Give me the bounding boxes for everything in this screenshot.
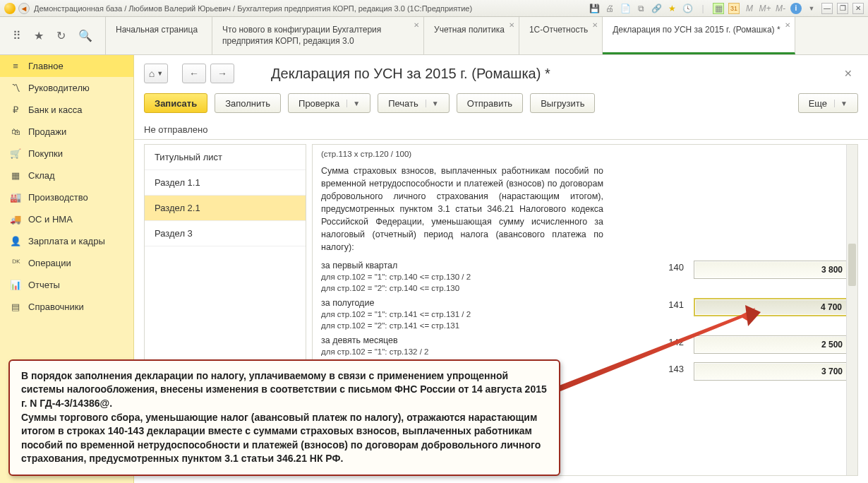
field-143[interactable]: 3 700 [694, 362, 849, 381]
sidebar-item-label: Операции [28, 258, 71, 268]
sidebar-item-label: Покупки [28, 148, 63, 159]
row-heading: за девять месяцев [321, 335, 575, 345]
nav-back-button[interactable]: ← [182, 64, 206, 83]
link-icon[interactable]: 🔗 [651, 3, 662, 14]
row-formula: для стр.102 = "2": стр.140 <= стр.130 [321, 283, 575, 294]
tabstrip-sysicons: ⠿ ★ ↻ 🔍 [0, 17, 106, 54]
write-button[interactable]: Записать [144, 93, 207, 113]
boxes-icon: ▦ [10, 170, 21, 181]
cart-icon: 🛒 [10, 148, 21, 159]
history-icon[interactable]: 🕓 [682, 3, 693, 14]
row-code: 141 [660, 298, 684, 310]
apps-icon[interactable]: ⠿ [13, 29, 21, 42]
chevron-down-icon: ▼ [426, 100, 439, 107]
sidebar-item-reports[interactable]: 📊Отчеты [0, 274, 133, 296]
close-icon[interactable]: ✕ [592, 21, 598, 29]
sidebar-item-label: Банк и касса [28, 105, 83, 115]
sidebar-item-warehouse[interactable]: ▦Склад [0, 165, 133, 186]
window-titlebar: ◄ Демонстрационная база / Любимов Валери… [0, 0, 868, 17]
check-button[interactable]: Проверка▼ [288, 93, 370, 113]
window-title: Демонстрационная база / Любимов Валерий … [34, 4, 589, 13]
window-close[interactable]: ✕ [852, 3, 864, 14]
doc-header: ⌂ ▼ ← → Декларация по УСН за 2015 г. (Ро… [134, 55, 868, 89]
form-row-142: за девять месяцев для стр.102 = "1": стр… [321, 335, 849, 358]
row-code: 140 [660, 261, 684, 273]
info-icon[interactable]: i [790, 3, 802, 14]
sidebar-item-main[interactable]: ≡Главное [0, 55, 133, 77]
calculator-icon[interactable]: ▦ [713, 3, 724, 14]
tab-reporting[interactable]: 1С-Отчетность✕ [519, 17, 603, 54]
ruble-icon: ₽ [10, 105, 21, 115]
scrollbar[interactable] [846, 145, 857, 475]
back-round-icon[interactable]: ◄ [18, 3, 30, 14]
person-icon: 👤 [10, 236, 21, 246]
field-142[interactable]: 2 500 [694, 335, 849, 354]
close-icon[interactable]: ✕ [509, 21, 514, 29]
doc-title: Декларация по УСН за 2015 г. (Ромашка) * [271, 66, 550, 82]
menu-icon: ≡ [10, 61, 21, 71]
sidebar-item-label: Справочники [28, 302, 84, 312]
sidebar-item-label: ОС и НМА [28, 214, 73, 225]
sidebar-item-bank[interactable]: ₽Банк и касса [0, 99, 133, 121]
doc-close-button[interactable]: ✕ [838, 65, 858, 82]
window-minimize[interactable]: — [821, 3, 833, 14]
row-heading: за полугодие [321, 298, 575, 308]
sidebar-item-refs[interactable]: ▤Справочники [0, 296, 133, 318]
print-icon[interactable]: 🖨 [604, 3, 615, 14]
mplus-icon[interactable]: M+ [759, 3, 771, 14]
calendar-icon[interactable]: 31 [728, 3, 740, 14]
field-140[interactable]: 3 800 [694, 261, 849, 279]
close-icon[interactable]: ✕ [414, 21, 419, 29]
sidebar-item-assets[interactable]: 🚚ОС и НМА [0, 208, 133, 230]
star-icon[interactable]: ★ [666, 3, 677, 14]
tab-policy[interactable]: Учетная политика✕ [424, 17, 519, 54]
clipboard-icon[interactable]: ↻ [56, 29, 66, 42]
save-icon[interactable]: 💾 [589, 3, 600, 14]
section-title[interactable]: Титульный лист [145, 145, 306, 170]
sidebar-item-purchases[interactable]: 🛒Покупки [0, 143, 133, 165]
close-icon[interactable]: ✕ [785, 21, 790, 29]
sidebar-item-label: Зарплата и кадры [28, 236, 105, 246]
titlebar-toolbar: 💾 🖨 📄 ⧉ 🔗 ★ 🕓 | ▦ 31 M M+ M- i ▼ — ❐ ✕ [589, 3, 864, 14]
sidebar-item-operations[interactable]: ᴰᴷОперации [0, 252, 133, 274]
sidebar-item-label: Отчеты [28, 280, 60, 290]
field-141[interactable]: 4 700 [694, 298, 849, 316]
sidebar-item-production[interactable]: 🏭Производство [0, 186, 133, 208]
nav-fwd-button[interactable]: → [210, 64, 234, 83]
tab-declaration[interactable]: Декларация по УСН за 2015 г. (Ромашка) *… [603, 17, 795, 54]
sep-icon: | [697, 3, 709, 14]
compare-icon[interactable]: ⧉ [635, 3, 646, 14]
sidebar-item-sales[interactable]: 🛍Продажи [0, 121, 133, 143]
export-button[interactable]: Выгрузить [530, 93, 595, 113]
app-icon [4, 3, 16, 14]
favorite-icon[interactable]: ★ [34, 29, 44, 42]
section-3[interactable]: Раздел 3 [145, 221, 306, 246]
more-button[interactable]: Еще▼ [798, 93, 858, 113]
row-formula: для стр.102 = "1": стр.141 <= стр.131 / … [321, 309, 575, 321]
section-2-1[interactable]: Раздел 2.1 [145, 196, 306, 221]
tab-whatsnew[interactable]: Что нового в конфигурации Бухгалтерия пр… [212, 17, 424, 54]
sidebar-item-payroll[interactable]: 👤Зарплата и кадры [0, 230, 133, 252]
truck-icon: 🚚 [10, 214, 21, 225]
m-icon[interactable]: M [744, 3, 755, 14]
mminus-icon[interactable]: M- [775, 3, 786, 14]
bag-icon: 🛍 [10, 126, 21, 137]
callout-text: В порядок заполнения декларации по налог… [21, 369, 548, 466]
tab-home[interactable]: Начальная страница [106, 17, 212, 54]
sidebar-item-manager[interactable]: 〽Руководителю [0, 77, 133, 99]
fill-button[interactable]: Заполнить [215, 93, 281, 113]
send-button[interactable]: Отправить [457, 93, 523, 113]
home-button[interactable]: ⌂ ▼ [144, 64, 168, 83]
row-formula: для стр.102 = "1": стр.132 / 2 [321, 347, 575, 358]
print-button[interactable]: Печать▼ [378, 93, 450, 113]
tabstrip: ⠿ ★ ↻ 🔍 Начальная страница Что нового в … [0, 17, 868, 55]
window-restore[interactable]: ❐ [837, 3, 848, 14]
section-1-1[interactable]: Раздел 1.1 [145, 170, 306, 196]
doc-toolbar: Записать Заполнить Проверка▼ Печать▼ Отп… [134, 89, 868, 120]
form-row-141: за полугодие для стр.102 = "1": стр.141 … [321, 298, 849, 331]
dd-icon[interactable]: ▼ [806, 3, 817, 14]
row-formula: для стр.102 = "1": стр.140 <= стр.130 / … [321, 272, 575, 283]
search-icon[interactable]: 🔍 [78, 29, 92, 42]
doc-icon[interactable]: 📄 [620, 3, 631, 14]
row-formula: для стр.102 = "2": стр.141 <= стр.131 [321, 321, 575, 332]
